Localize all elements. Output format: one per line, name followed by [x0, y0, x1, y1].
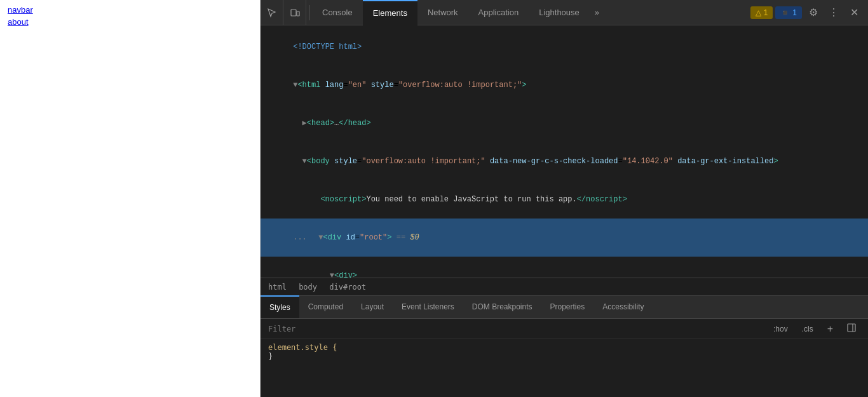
cls-button[interactable]: .cls [797, 323, 818, 335]
breadcrumb-html[interactable]: html [266, 281, 289, 293]
svg-rect-1 [297, 11, 299, 16]
dom-line-doctype[interactable]: <!DOCTYPE html> [261, 28, 868, 66]
devtools-panel: Console Elements Network Application Lig… [261, 0, 868, 397]
dom-line-noscript[interactable]: <noscript>You need to enable JavaScript … [261, 180, 868, 219]
settings-icon[interactable]: ⚙ [804, 4, 822, 22]
svg-rect-2 [848, 324, 855, 332]
info-icon: ◾ [780, 8, 790, 17]
dom-line-div-inner[interactable]: ▼<div> [261, 257, 868, 278]
filter-input[interactable] [268, 325, 769, 333]
breadcrumb-sep-2 [320, 283, 327, 292]
warning-count: 1 [764, 8, 768, 17]
tab-dom-breakpoints[interactable]: DOM Breakpoints [463, 295, 541, 318]
toolbar-sep-1 [309, 5, 309, 20]
warning-badge[interactable]: △ 1 [750, 6, 773, 19]
dom-line-head[interactable]: ▶<head>…</head> [261, 104, 868, 142]
filter-right: :hov .cls + [769, 321, 860, 337]
bottom-panel: Styles Computed Layout Event Listeners D… [261, 295, 868, 397]
style-close-brace: } [268, 352, 860, 361]
tab-console[interactable]: Console [312, 0, 363, 25]
tab-layout[interactable]: Layout [352, 295, 393, 318]
navbar-link[interactable]: navbar [8, 5, 252, 15]
dom-line-html[interactable]: ▼<html lang="en" style="overflow:auto !i… [261, 66, 868, 104]
toggle-sidebar-icon[interactable] [843, 321, 860, 336]
more-tabs-icon[interactable]: » [590, 0, 604, 25]
webpage-preview: navbar about [0, 0, 261, 397]
close-devtools-icon[interactable]: ✕ [845, 4, 863, 22]
breadcrumb-body[interactable]: body [296, 281, 320, 293]
tab-styles[interactable]: Styles [261, 295, 299, 318]
tab-network[interactable]: Network [417, 0, 468, 25]
device-toggle-icon[interactable] [283, 0, 306, 25]
tab-elements[interactable]: Elements [363, 0, 417, 25]
styles-content: element.style { } [261, 339, 868, 397]
dom-line-div-root[interactable]: ... ▼<div id="root"> == $0 [261, 219, 868, 257]
info-count: 1 [792, 8, 797, 17]
dom-tree: <!DOCTYPE html> ▼<html lang="en" style="… [261, 25, 868, 278]
breadcrumb: html body div#root [261, 278, 868, 295]
style-selector: element.style { [268, 343, 337, 352]
more-options-icon[interactable]: ⋮ [825, 4, 843, 22]
breadcrumb-divroot[interactable]: div#root [327, 281, 369, 293]
style-brace: } [268, 352, 273, 361]
tab-application[interactable]: Application [468, 0, 529, 25]
warning-icon: △ [756, 8, 761, 17]
tab-accessibility[interactable]: Accessibility [593, 295, 653, 318]
about-link[interactable]: about [8, 17, 252, 27]
info-badge[interactable]: ◾ 1 [775, 6, 802, 19]
tab-properties[interactable]: Properties [541, 295, 594, 318]
devtools-toolbar: Console Elements Network Application Lig… [261, 0, 868, 25]
filter-row: :hov .cls + [261, 319, 868, 339]
style-rule: element.style { [268, 343, 860, 352]
inspect-icon[interactable] [261, 0, 283, 25]
dom-line-body[interactable]: ▼<body style="overflow:auto !important;"… [261, 142, 868, 180]
breadcrumb-sep-1 [289, 283, 296, 292]
svg-rect-0 [291, 10, 296, 16]
toolbar-right: △ 1 ◾ 1 ⚙ ⋮ ✕ [750, 4, 868, 22]
add-style-icon[interactable]: + [823, 321, 837, 337]
hov-button[interactable]: :hov [769, 323, 792, 335]
tab-event-listeners[interactable]: Event Listeners [393, 295, 463, 318]
bottom-tabs-bar: Styles Computed Layout Event Listeners D… [261, 296, 868, 319]
tab-computed[interactable]: Computed [299, 295, 352, 318]
tab-lighthouse[interactable]: Lighthouse [529, 0, 590, 25]
